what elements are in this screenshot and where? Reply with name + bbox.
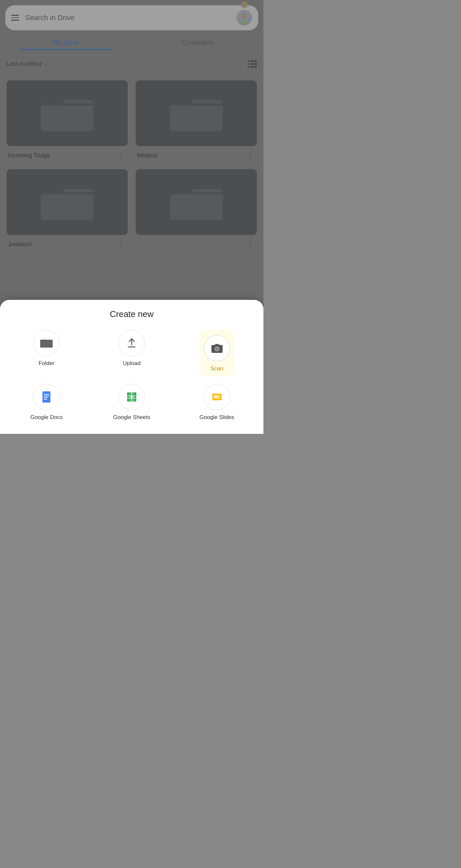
list-item: ⋮ <box>136 169 257 250</box>
svg-rect-21 <box>44 394 49 395</box>
google-docs-button[interactable]: Google Docs <box>30 384 63 421</box>
sort-bar: Last modified ↓ <box>0 54 264 74</box>
sort-label[interactable]: Last modified ↓ <box>7 61 47 67</box>
sheet-title: Create new <box>7 309 257 319</box>
svg-rect-34 <box>214 395 218 398</box>
docs-icon-circle <box>33 384 60 410</box>
folder-icon-circle <box>33 330 60 356</box>
more-options-icon[interactable]: ⋮ <box>115 239 126 250</box>
scan-button[interactable]: Scan <box>200 330 234 376</box>
svg-rect-20 <box>42 391 51 403</box>
search-input[interactable]: Search in Drive <box>25 13 230 22</box>
slides-icon-circle <box>204 384 230 410</box>
menu-icon[interactable] <box>11 15 19 21</box>
more-options-icon[interactable]: ⋮ <box>244 239 255 250</box>
bottom-sheet: Create new Folder Upload <box>0 300 264 434</box>
svg-point-1 <box>240 20 249 25</box>
scan-label: Scan <box>210 365 223 372</box>
folder-icon[interactable] <box>136 80 257 146</box>
scan-icon-circle <box>204 335 230 362</box>
svg-rect-24 <box>44 399 47 400</box>
svg-rect-10 <box>170 194 223 220</box>
list-item: Medical ⋮ <box>136 80 257 161</box>
sheets-icon-circle <box>119 384 145 410</box>
more-options-icon[interactable]: ⋮ <box>244 150 255 161</box>
slides-label: Google Slides <box>199 414 235 421</box>
file-name: Judaism/ <box>8 241 113 248</box>
folder-icon[interactable] <box>136 169 257 235</box>
files-grid: Incoming Triage ⋮ Medical ⋮ Judaism/ <box>0 74 264 250</box>
list-item: Judaism/ ⋮ <box>7 169 128 250</box>
docs-label: Google Docs <box>30 414 63 421</box>
file-name: Incoming Triage <box>8 152 113 159</box>
upload-button[interactable]: Upload <box>119 330 145 376</box>
more-options-icon[interactable]: ⋮ <box>115 150 126 161</box>
create-folder-button[interactable]: Folder <box>33 330 60 376</box>
svg-point-0 <box>241 13 247 19</box>
svg-rect-4 <box>41 105 94 131</box>
tab-computers[interactable]: Computers <box>132 33 264 54</box>
upload-icon-circle <box>119 330 145 356</box>
upload-label: Upload <box>123 360 141 367</box>
google-slides-button[interactable]: Google Slides <box>199 384 235 421</box>
svg-rect-6 <box>170 105 223 131</box>
svg-rect-23 <box>44 397 48 398</box>
view-toggle[interactable] <box>248 60 257 68</box>
sheets-label: Google Sheets <box>113 414 150 421</box>
tab-my-drive[interactable]: My Drive <box>0 33 132 54</box>
avatar[interactable] <box>237 10 252 26</box>
google-sheets-button[interactable]: Google Sheets <box>113 384 150 421</box>
search-bar: Search in Drive <box>5 5 258 30</box>
sort-arrow: ↓ <box>44 61 47 67</box>
folder-icon[interactable] <box>7 80 128 146</box>
list-item: Incoming Triage ⋮ <box>7 80 128 161</box>
svg-point-18 <box>216 348 218 350</box>
folder-label: Folder <box>38 360 54 367</box>
tabs-bar: My Drive Computers <box>0 33 264 54</box>
folder-icon[interactable] <box>7 169 128 235</box>
svg-rect-19 <box>215 344 219 346</box>
svg-rect-22 <box>44 396 49 396</box>
sheet-grid: Folder Upload <box>7 330 257 421</box>
file-name: Medical <box>137 152 242 159</box>
svg-rect-12 <box>40 341 53 348</box>
svg-rect-8 <box>41 194 94 220</box>
